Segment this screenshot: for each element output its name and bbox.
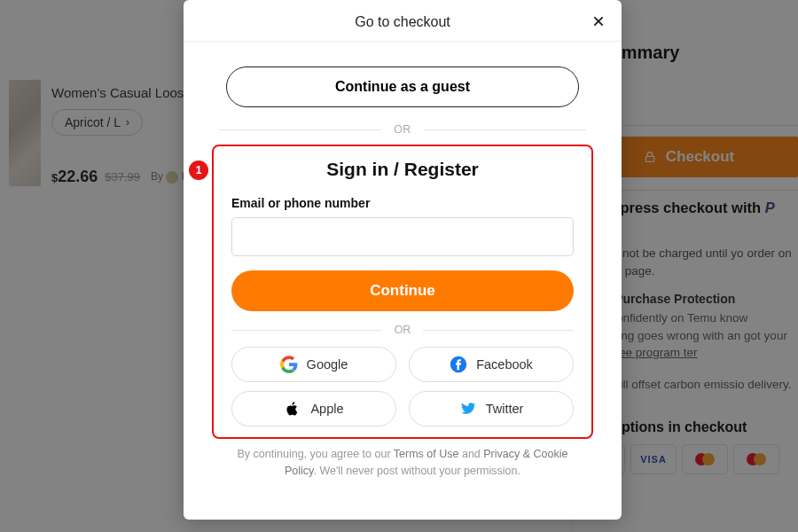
facebook-login-button[interactable]: Facebook bbox=[409, 347, 574, 382]
twitter-login-button[interactable]: Twitter bbox=[409, 391, 574, 426]
legal-text: By continuing, you agree to our Terms of… bbox=[212, 446, 593, 480]
twitter-label: Twitter bbox=[486, 402, 524, 416]
modal-title: Go to checkout bbox=[355, 14, 450, 29]
social-divider-label: OR bbox=[395, 324, 411, 336]
twitter-icon bbox=[459, 400, 477, 418]
close-icon bbox=[591, 14, 606, 28]
continue-button[interactable]: Continue bbox=[231, 270, 574, 311]
continue-as-guest-button[interactable]: Continue as a guest bbox=[226, 66, 579, 107]
social-login-grid: Google Facebook Apple bbox=[231, 347, 574, 426]
apple-icon bbox=[284, 400, 301, 418]
apple-login-button[interactable]: Apple bbox=[231, 391, 396, 426]
google-login-button[interactable]: Google bbox=[231, 347, 396, 382]
google-label: Google bbox=[307, 357, 348, 372]
terms-link[interactable]: Terms of Use bbox=[394, 448, 459, 460]
google-icon bbox=[280, 356, 298, 373]
email-phone-label: Email or phone number bbox=[231, 196, 574, 210]
checkout-modal: Go to checkout Continue as a guest OR 1 … bbox=[184, 0, 622, 520]
divider-label: OR bbox=[394, 123, 411, 136]
apple-label: Apple bbox=[310, 402, 343, 416]
modal-body: Continue as a guest OR 1 Sign in / Regis… bbox=[184, 42, 622, 520]
facebook-label: Facebook bbox=[476, 357, 533, 372]
modal-header: Go to checkout bbox=[184, 0, 622, 42]
social-divider: OR bbox=[231, 324, 574, 336]
divider-or: OR bbox=[219, 123, 586, 136]
email-phone-input[interactable] bbox=[231, 217, 574, 256]
signin-register-box: 1 Sign in / Register Email or phone numb… bbox=[212, 145, 593, 439]
signin-title: Sign in / Register bbox=[231, 159, 574, 180]
close-button[interactable] bbox=[588, 11, 609, 32]
facebook-icon bbox=[450, 356, 467, 373]
step-badge: 1 bbox=[189, 160, 208, 180]
